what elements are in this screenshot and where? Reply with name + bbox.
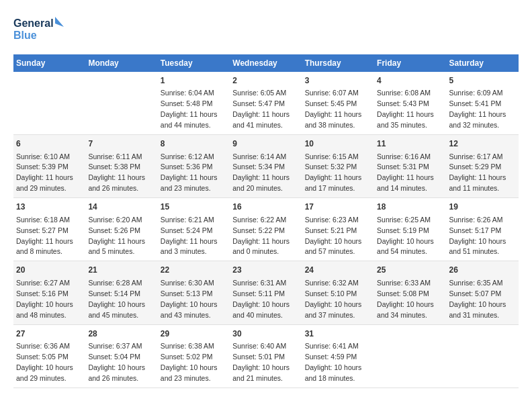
day-cell xyxy=(447,324,519,387)
day-cell: 16Sunrise: 6:22 AM Sunset: 5:22 PM Dayli… xyxy=(230,198,302,261)
day-detail: Sunrise: 6:21 AM Sunset: 5:24 PM Dayligh… xyxy=(161,216,218,256)
day-number: 13 xyxy=(16,201,83,213)
day-cell: 13Sunrise: 6:18 AM Sunset: 5:27 PM Dayli… xyxy=(13,198,85,261)
day-detail: Sunrise: 6:04 AM Sunset: 5:48 PM Dayligh… xyxy=(161,89,218,129)
day-number: 17 xyxy=(305,201,371,213)
day-cell: 29Sunrise: 6:38 AM Sunset: 5:02 PM Dayli… xyxy=(158,324,230,387)
day-cell: 1Sunrise: 6:04 AM Sunset: 5:48 PM Daylig… xyxy=(158,72,230,135)
day-detail: Sunrise: 6:37 AM Sunset: 5:04 PM Dayligh… xyxy=(88,342,145,382)
day-cell: 15Sunrise: 6:21 AM Sunset: 5:24 PM Dayli… xyxy=(158,198,230,261)
day-number: 22 xyxy=(161,265,227,276)
day-detail: Sunrise: 6:26 AM Sunset: 5:17 PM Dayligh… xyxy=(449,216,506,256)
day-number: 30 xyxy=(232,328,299,340)
weekday-header-wednesday: Wednesday xyxy=(230,54,302,72)
day-number: 16 xyxy=(232,201,299,213)
day-detail: Sunrise: 6:11 AM Sunset: 5:38 PM Dayligh… xyxy=(88,152,145,193)
day-cell: 20Sunrise: 6:27 AM Sunset: 5:16 PM Dayli… xyxy=(13,261,85,324)
day-detail: Sunrise: 6:27 AM Sunset: 5:16 PM Dayligh… xyxy=(16,279,73,319)
day-number: 5 xyxy=(449,75,516,87)
day-number: 10 xyxy=(305,138,371,150)
day-number: 2 xyxy=(232,75,299,87)
day-detail: Sunrise: 6:18 AM Sunset: 5:27 PM Dayligh… xyxy=(16,216,73,256)
day-number: 20 xyxy=(16,265,83,276)
day-number: 31 xyxy=(305,328,371,340)
day-cell xyxy=(85,72,157,135)
day-detail: Sunrise: 6:05 AM Sunset: 5:47 PM Dayligh… xyxy=(232,89,290,129)
day-detail: Sunrise: 6:32 AM Sunset: 5:10 PM Dayligh… xyxy=(305,279,362,319)
day-number: 27 xyxy=(16,328,83,340)
day-detail: Sunrise: 6:38 AM Sunset: 5:02 PM Dayligh… xyxy=(161,342,218,382)
day-cell: 3Sunrise: 6:07 AM Sunset: 5:45 PM Daylig… xyxy=(302,72,374,135)
day-detail: Sunrise: 6:22 AM Sunset: 5:22 PM Dayligh… xyxy=(232,216,290,256)
day-cell: 2Sunrise: 6:05 AM Sunset: 5:47 PM Daylig… xyxy=(230,72,302,135)
day-detail: Sunrise: 6:09 AM Sunset: 5:41 PM Dayligh… xyxy=(449,89,506,129)
day-number: 21 xyxy=(88,265,154,276)
page-header: GeneralBlue xyxy=(13,13,519,44)
day-detail: Sunrise: 6:17 AM Sunset: 5:29 PM Dayligh… xyxy=(449,152,506,193)
day-cell: 11Sunrise: 6:16 AM Sunset: 5:31 PM Dayli… xyxy=(374,135,446,198)
day-detail: Sunrise: 6:07 AM Sunset: 5:45 PM Dayligh… xyxy=(305,89,362,129)
svg-text:General: General xyxy=(13,17,54,29)
day-number: 18 xyxy=(377,201,443,213)
weekday-header-thursday: Thursday xyxy=(302,54,374,72)
logo-icon: GeneralBlue xyxy=(13,13,67,44)
day-detail: Sunrise: 6:31 AM Sunset: 5:11 PM Dayligh… xyxy=(232,279,290,319)
svg-marker-2 xyxy=(55,17,64,27)
weekday-header-monday: Monday xyxy=(85,54,157,72)
day-number: 19 xyxy=(449,201,516,213)
week-row-4: 20Sunrise: 6:27 AM Sunset: 5:16 PM Dayli… xyxy=(13,261,519,324)
day-cell: 7Sunrise: 6:11 AM Sunset: 5:38 PM Daylig… xyxy=(85,135,157,198)
day-number: 29 xyxy=(161,328,227,340)
day-cell: 27Sunrise: 6:36 AM Sunset: 5:05 PM Dayli… xyxy=(13,324,85,387)
day-cell: 24Sunrise: 6:32 AM Sunset: 5:10 PM Dayli… xyxy=(302,261,374,324)
day-detail: Sunrise: 6:35 AM Sunset: 5:07 PM Dayligh… xyxy=(449,279,506,319)
day-detail: Sunrise: 6:30 AM Sunset: 5:13 PM Dayligh… xyxy=(161,279,218,319)
day-number: 23 xyxy=(232,265,299,276)
day-detail: Sunrise: 6:14 AM Sunset: 5:34 PM Dayligh… xyxy=(232,152,290,193)
day-number: 25 xyxy=(377,265,443,276)
weekday-header-sunday: Sunday xyxy=(13,54,85,72)
day-number: 26 xyxy=(449,265,516,276)
day-cell: 31Sunrise: 6:41 AM Sunset: 4:59 PM Dayli… xyxy=(302,324,374,387)
day-detail: Sunrise: 6:08 AM Sunset: 5:43 PM Dayligh… xyxy=(377,89,434,129)
day-cell: 8Sunrise: 6:12 AM Sunset: 5:36 PM Daylig… xyxy=(158,135,230,198)
day-number: 11 xyxy=(377,138,443,150)
day-cell: 9Sunrise: 6:14 AM Sunset: 5:34 PM Daylig… xyxy=(230,135,302,198)
day-detail: Sunrise: 6:15 AM Sunset: 5:32 PM Dayligh… xyxy=(305,152,362,193)
calendar-table: SundayMondayTuesdayWednesdayThursdayFrid… xyxy=(13,54,519,388)
day-cell: 4Sunrise: 6:08 AM Sunset: 5:43 PM Daylig… xyxy=(374,72,446,135)
day-detail: Sunrise: 6:41 AM Sunset: 4:59 PM Dayligh… xyxy=(305,342,362,382)
day-detail: Sunrise: 6:16 AM Sunset: 5:31 PM Dayligh… xyxy=(377,152,434,193)
day-cell: 19Sunrise: 6:26 AM Sunset: 5:17 PM Dayli… xyxy=(447,198,519,261)
svg-text:Blue: Blue xyxy=(13,30,37,41)
day-cell: 6Sunrise: 6:10 AM Sunset: 5:39 PM Daylig… xyxy=(13,135,85,198)
day-cell: 5Sunrise: 6:09 AM Sunset: 5:41 PM Daylig… xyxy=(447,72,519,135)
day-number: 28 xyxy=(88,328,154,340)
day-cell: 25Sunrise: 6:33 AM Sunset: 5:08 PM Dayli… xyxy=(374,261,446,324)
weekday-header-row: SundayMondayTuesdayWednesdayThursdayFrid… xyxy=(13,54,519,72)
week-row-2: 6Sunrise: 6:10 AM Sunset: 5:39 PM Daylig… xyxy=(13,135,519,198)
week-row-5: 27Sunrise: 6:36 AM Sunset: 5:05 PM Dayli… xyxy=(13,324,519,387)
day-cell: 30Sunrise: 6:40 AM Sunset: 5:01 PM Dayli… xyxy=(230,324,302,387)
day-number: 1 xyxy=(161,75,227,87)
day-detail: Sunrise: 6:40 AM Sunset: 5:01 PM Dayligh… xyxy=(232,342,290,382)
day-detail: Sunrise: 6:10 AM Sunset: 5:39 PM Dayligh… xyxy=(16,152,73,193)
day-cell: 14Sunrise: 6:20 AM Sunset: 5:26 PM Dayli… xyxy=(85,198,157,261)
day-number: 7 xyxy=(88,138,154,150)
day-number: 6 xyxy=(16,138,83,150)
weekday-header-friday: Friday xyxy=(374,54,446,72)
day-detail: Sunrise: 6:12 AM Sunset: 5:36 PM Dayligh… xyxy=(161,152,218,193)
day-cell xyxy=(13,72,85,135)
day-cell: 17Sunrise: 6:23 AM Sunset: 5:21 PM Dayli… xyxy=(302,198,374,261)
day-detail: Sunrise: 6:28 AM Sunset: 5:14 PM Dayligh… xyxy=(88,279,145,319)
day-detail: Sunrise: 6:23 AM Sunset: 5:21 PM Dayligh… xyxy=(305,216,362,256)
day-number: 3 xyxy=(305,75,371,87)
day-detail: Sunrise: 6:20 AM Sunset: 5:26 PM Dayligh… xyxy=(88,216,145,256)
day-cell xyxy=(374,324,446,387)
day-cell: 12Sunrise: 6:17 AM Sunset: 5:29 PM Dayli… xyxy=(447,135,519,198)
day-cell: 28Sunrise: 6:37 AM Sunset: 5:04 PM Dayli… xyxy=(85,324,157,387)
day-cell: 23Sunrise: 6:31 AM Sunset: 5:11 PM Dayli… xyxy=(230,261,302,324)
day-number: 14 xyxy=(88,201,154,213)
day-number: 12 xyxy=(449,138,516,150)
day-cell: 10Sunrise: 6:15 AM Sunset: 5:32 PM Dayli… xyxy=(302,135,374,198)
